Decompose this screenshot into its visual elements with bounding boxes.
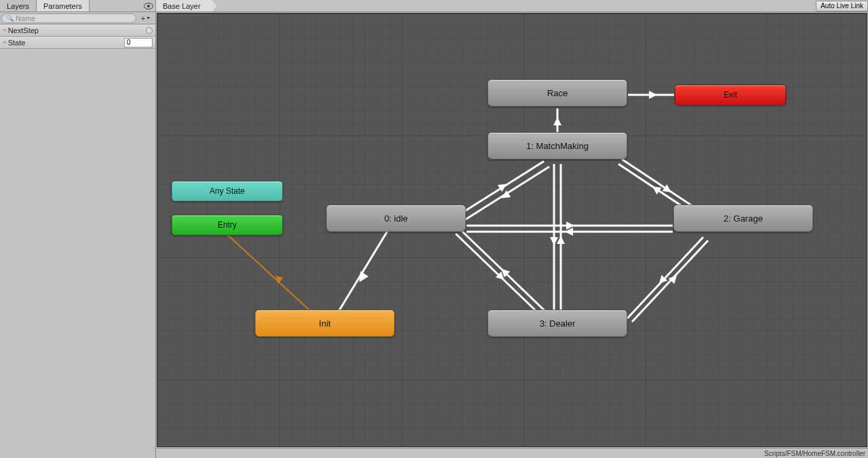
parameter-name: State [8, 39, 124, 47]
svg-marker-25 [557, 236, 565, 244]
svg-marker-11 [566, 222, 574, 230]
drag-handle-icon[interactable]: ═ [3, 39, 5, 45]
parameter-row[interactable]: ═ NextStep [0, 24, 155, 37]
svg-point-1 [147, 5, 150, 7]
breadcrumb[interactable]: Base Layer [156, 0, 212, 12]
svg-marker-23 [550, 237, 558, 245]
main-area: Base Layer Auto Live Link [156, 0, 868, 458]
drag-handle-icon[interactable]: ═ [3, 27, 5, 33]
node-idle[interactable]: 0: idle [326, 205, 466, 232]
asset-path: Scripts/FSM/HomeFSM.controller [764, 450, 865, 457]
svg-marker-33 [649, 91, 657, 99]
sidebar: Layers Parameters 🔍 Name + ▼ ═ NextStep … [0, 0, 156, 458]
svg-line-6 [456, 161, 544, 217]
node-label: Entry [218, 220, 237, 230]
tab-parameters[interactable]: Parameters [37, 0, 90, 12]
svg-line-28 [632, 241, 708, 322]
search-row: 🔍 Name + ▼ [0, 12, 155, 24]
node-exit[interactable]: Exit [675, 85, 786, 105]
node-dealer[interactable]: 3: Dealer [488, 310, 627, 337]
auto-live-link-button[interactable]: Auto Live Link [816, 1, 868, 12]
search-placeholder: Name [16, 14, 35, 22]
node-label: 2: Garage [724, 213, 763, 224]
node-race[interactable]: Race [488, 79, 627, 106]
node-garage[interactable]: 2: Garage [673, 205, 813, 232]
svg-line-26 [627, 237, 703, 318]
breadcrumb-bar: Base Layer Auto Live Link [156, 0, 868, 12]
add-parameter-button[interactable]: + ▼ [138, 14, 154, 23]
status-bar: Scripts/FSM/HomeFSM.controller [156, 448, 868, 458]
search-icon: 🔍 [6, 15, 14, 22]
node-label: 1: MatchMaking [526, 141, 589, 151]
tab-layers[interactable]: Layers [0, 0, 37, 12]
node-entry[interactable]: Entry [172, 215, 283, 235]
search-input[interactable]: 🔍 Name [1, 14, 136, 23]
parameter-name: NextStep [8, 26, 146, 35]
node-matchmaking[interactable]: 1: MatchMaking [488, 132, 627, 159]
parameter-row[interactable]: ═ State [0, 37, 155, 49]
svg-line-2 [227, 234, 322, 322]
dropdown-icon: ▼ [146, 16, 151, 20]
svg-marker-13 [565, 228, 573, 236]
sidebar-empty [0, 49, 155, 458]
node-label: 0: idle [384, 213, 408, 224]
animator-canvas[interactable]: Any State Entry Init 0: idle 1: MatchMak… [157, 13, 867, 447]
tabbar: Layers Parameters [0, 0, 155, 12]
plus-icon: + [141, 14, 145, 22]
parameter-int-input[interactable] [124, 38, 153, 47]
node-label: Exit [724, 90, 737, 100]
svg-marker-31 [553, 117, 561, 125]
node-init[interactable]: Init [255, 310, 395, 337]
parameter-bool-toggle[interactable] [146, 27, 153, 34]
node-label: Any State [210, 186, 245, 196]
node-label: 3: Dealer [540, 318, 576, 329]
node-any-state[interactable]: Any State [172, 181, 283, 201]
visibility-icon[interactable] [142, 0, 155, 12]
node-label: Race [547, 88, 568, 98]
node-label: Init [319, 318, 330, 329]
